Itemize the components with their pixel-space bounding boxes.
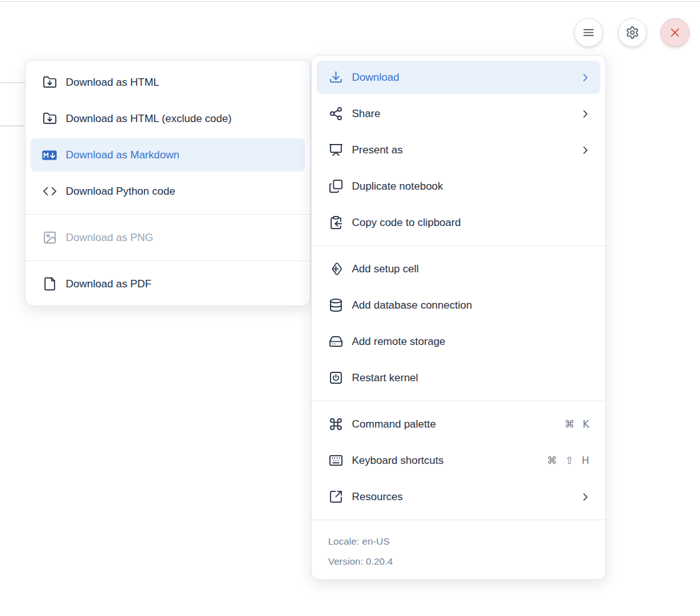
menu-item-label: Download as PDF xyxy=(66,278,296,290)
hamburger-icon xyxy=(582,26,595,39)
menu-item-label: Add setup cell xyxy=(352,263,592,275)
app-window: Download as HTML Download as HTML (exclu… xyxy=(0,0,700,616)
menu-item-label: Share xyxy=(352,108,570,120)
settings-button[interactable] xyxy=(618,18,647,47)
menu-divider xyxy=(26,260,310,261)
share-icon xyxy=(328,106,343,121)
background-cell-border xyxy=(0,125,24,126)
menu-item-add-database-connection[interactable]: Add database connection xyxy=(317,289,600,322)
code-icon xyxy=(42,184,57,199)
menu-item-label: Duplicate notebook xyxy=(352,180,592,193)
notebook-actions-menu: Download Share xyxy=(311,55,606,580)
menu-item-label: Present as xyxy=(352,144,570,157)
menu-item-label: Download Python code xyxy=(66,185,296,198)
menu-item-label: Copy code to clipboard xyxy=(352,217,592,229)
menu-item-resources[interactable]: Resources xyxy=(317,480,600,513)
menu-item-download-as-png: Download as PNG xyxy=(31,221,305,254)
menu-item-label: Download xyxy=(352,71,570,84)
hard-drive-icon xyxy=(328,334,343,349)
menu-item-label: Download as PNG xyxy=(66,232,296,244)
download-icon xyxy=(328,70,343,85)
menu-item-download-as-markdown[interactable]: Download as Markdown xyxy=(31,138,305,172)
menu-item-duplicate-notebook[interactable]: Duplicate notebook xyxy=(317,170,600,203)
menu-item-download[interactable]: Download xyxy=(317,61,600,94)
menu-item-command-palette[interactable]: Command palette ⌘ K xyxy=(317,408,600,441)
menu-item-label: Add database connection xyxy=(352,299,592,312)
menu-divider xyxy=(312,401,605,401)
clipboard-copy-icon xyxy=(328,215,343,230)
menu-item-label: Download as HTML xyxy=(66,76,296,89)
download-submenu: Download as HTML Download as HTML (exclu… xyxy=(25,60,311,306)
image-icon xyxy=(42,230,57,245)
chevron-right-icon xyxy=(579,491,592,503)
notebook-menu-button[interactable] xyxy=(574,18,603,47)
folder-down-icon xyxy=(42,75,57,90)
chevron-right-icon xyxy=(579,144,592,157)
folder-down-icon xyxy=(42,111,57,126)
menu-item-keyboard-shortcuts[interactable]: Keyboard shortcuts ⌘ ⇧ H xyxy=(317,444,600,477)
menu-item-label: Download as HTML (exclude code) xyxy=(66,113,296,125)
close-icon xyxy=(668,26,682,39)
diamond-plus-icon xyxy=(328,262,343,277)
top-divider xyxy=(0,1,700,2)
power-square-icon xyxy=(328,371,343,386)
menu-item-present-as[interactable]: Present as xyxy=(317,133,600,167)
database-icon xyxy=(328,298,343,313)
gear-icon xyxy=(625,26,639,39)
close-notebook-button[interactable] xyxy=(661,18,689,47)
menu-item-share[interactable]: Share xyxy=(317,97,600,130)
menu-item-label: Restart kernel xyxy=(352,372,592,384)
menu-item-restart-kernel[interactable]: Restart kernel xyxy=(317,361,600,394)
background-cell-border xyxy=(0,82,25,83)
menu-item-label: Keyboard shortcuts xyxy=(352,454,538,467)
shortcut-hint: ⌘ ⇧ H xyxy=(547,454,592,466)
presentation-icon xyxy=(328,143,343,158)
version-text: Version: 0.20.4 xyxy=(328,552,589,572)
chevron-right-icon xyxy=(579,108,592,120)
menu-divider xyxy=(26,214,310,215)
menu-item-download-python-code[interactable]: Download Python code xyxy=(31,175,305,208)
external-link-icon xyxy=(328,490,343,505)
locale-text: Locale: en-US xyxy=(328,531,589,552)
menu-item-download-as-html-exclude-code[interactable]: Download as HTML (exclude code) xyxy=(31,102,305,135)
menu-footer: Locale: en-US Version: 0.20.4 xyxy=(317,526,600,574)
menu-item-copy-code-to-clipboard[interactable]: Copy code to clipboard xyxy=(317,206,600,239)
menu-item-add-remote-storage[interactable]: Add remote storage xyxy=(317,325,600,358)
chevron-right-icon xyxy=(579,71,592,84)
menu-item-download-as-html[interactable]: Download as HTML xyxy=(31,66,305,99)
file-icon xyxy=(42,277,57,292)
shortcut-hint: ⌘ K xyxy=(564,418,592,430)
command-icon xyxy=(328,417,343,432)
keyboard-icon xyxy=(328,453,343,468)
menu-divider xyxy=(312,520,605,520)
menu-item-add-setup-cell[interactable]: Add setup cell xyxy=(317,252,600,285)
menu-item-label: Resources xyxy=(352,491,570,503)
menu-item-label: Add remote storage xyxy=(352,336,592,348)
copy-icon xyxy=(328,179,343,194)
markdown-download-icon xyxy=(42,148,57,163)
menu-item-label: Download as Markdown xyxy=(66,149,296,162)
menu-item-label: Command palette xyxy=(352,418,555,431)
menu-divider xyxy=(312,245,605,246)
menu-item-download-as-pdf[interactable]: Download as PDF xyxy=(31,267,305,300)
